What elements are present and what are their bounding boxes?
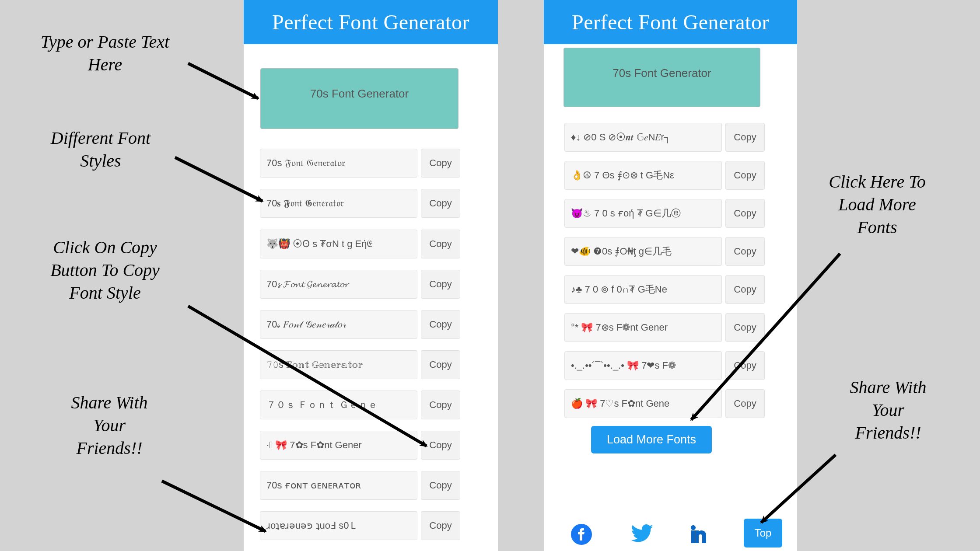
font-sample: 😈♨ 7 0 s ғoή ₮ G∈几ⓔ <box>564 199 722 228</box>
copy-button[interactable]: Copy <box>421 350 460 379</box>
font-sample: 70𝐬 𝕱𝔬𝔫𝔱 𝕲𝔢𝔫𝔢𝔯𝔞𝔱𝔬𝔯 <box>260 189 417 218</box>
font-row: 70𝓈 𝐹𝑜𝓃𝓉 𝒢𝑒𝓃𝑒𝓇𝒶𝓉𝑜𝓇Copy <box>260 310 460 339</box>
annotation-font-styles: Different FontStyles <box>35 127 166 172</box>
font-sample: 👌☮ 7 Θs ⨎⊙⊛ t G毛Nε <box>564 161 722 190</box>
copy-button[interactable]: Copy <box>421 310 460 339</box>
scroll-top-button[interactable]: Top <box>744 519 782 548</box>
font-sample: 70s ғᴏɴᴛ ɢᴇɴᴇʀᴀᴛᴏʀ <box>260 471 417 500</box>
twitter-icon[interactable] <box>629 522 653 547</box>
copy-button[interactable]: Copy <box>725 237 765 266</box>
social-share-bar <box>569 522 713 547</box>
annotation-type-text: Type or Paste TextHere <box>18 31 192 76</box>
copy-button[interactable]: Copy <box>725 313 765 342</box>
font-sample: 🐺👹 ⦿ʘ s ₮σN t g Eή𝔈 <box>260 230 417 258</box>
font-sample: 70𝓼 𝓕𝓸𝓷𝓽 𝓖𝓮𝓷𝓮𝓻𝓪𝓽𝓸𝓻 <box>260 270 417 299</box>
facebook-icon[interactable] <box>569 522 594 547</box>
font-sample: 70𝓈 𝐹𝑜𝓃𝓉 𝒢𝑒𝓃𝑒𝓇𝒶𝓉𝑜𝓇 <box>260 310 417 339</box>
copy-button[interactable]: Copy <box>421 189 460 218</box>
font-sample: ❤🐠 ❼0s ⨎O₦ţ g∈几毛 <box>564 237 722 266</box>
copy-button[interactable]: Copy <box>421 391 460 419</box>
copy-button[interactable]: Copy <box>421 149 460 178</box>
font-sample: 𝟽𝟶s 𝔽𝕠𝕟𝕥 𝔾𝕖𝕟𝕖𝕣𝕒𝕥𝕠𝕣 <box>260 350 417 379</box>
input-value: 70s Font Generator <box>612 66 711 80</box>
font-row: ·͙ 🎀 7✿s F✿nt GenerCopy <box>260 431 460 460</box>
font-sample: 🍎 🎀 7♡s F✿nt Gene <box>564 389 722 418</box>
copy-button[interactable]: Copy <box>421 230 460 258</box>
text-input[interactable]: 70s Font Generator <box>260 68 458 129</box>
font-row: ７０ｓ Ｆｏｎｔ ＧｅｎｅCopy <box>260 391 460 419</box>
font-sample: ７０ｓ Ｆｏｎｔ Ｇｅｎｅ <box>260 391 417 419</box>
font-row: 🐺👹 ⦿ʘ s ₮σN t g Eή𝔈Copy <box>260 230 460 258</box>
font-sample: ♦↓ ⊘0 S ⊘⦿𝒏𝒕 𝔾𝑒N𝐸r┐ <box>564 123 722 152</box>
font-row: ♦↓ ⊘0 S ⊘⦿𝒏𝒕 𝔾𝑒N𝐸r┐Copy <box>564 123 765 152</box>
input-value: 70s Font Generator <box>310 87 409 101</box>
annotation-load-more: Click Here ToLoad MoreFonts <box>805 171 949 239</box>
font-sample: ·͙ 🎀 7✿s F✿nt Gener <box>260 431 417 460</box>
copy-button[interactable]: Copy <box>725 351 765 380</box>
copy-button[interactable]: Copy <box>421 431 460 460</box>
font-row: ɹoʇɐɹǝuǝפ ʇuoℲ s0ＬCopy <box>260 511 460 540</box>
font-row: ♪♣ 7 0 ⊚ f 0∩₮ G毛NeCopy <box>564 275 765 304</box>
copy-button[interactable]: Copy <box>725 199 765 228</box>
font-sample: •._.••´¯`••._.• 🎀 7❤s F❁ <box>564 351 722 380</box>
font-sample: ɹoʇɐɹǝuǝפ ʇuoℲ s0Ｌ <box>260 511 417 540</box>
copy-button[interactable]: Copy <box>725 389 765 418</box>
font-row: 70s ғᴏɴᴛ ɢᴇɴᴇʀᴀᴛᴏʀCopy <box>260 471 460 500</box>
font-row: 🍎 🎀 7♡s F✿nt GeneCopy <box>564 389 765 418</box>
annotation-share-left: Share WithYourFriends!! <box>44 391 175 460</box>
font-row: 𝟽𝟶s 𝔽𝕠𝕟𝕥 𝔾𝕖𝕟𝕖𝕣𝕒𝕥𝕠𝕣Copy <box>260 350 460 379</box>
font-sample: ♪♣ 7 0 ⊚ f 0∩₮ G毛Ne <box>564 275 722 304</box>
annotation-copy-button: Click On CopyButton To CopyFont Style <box>26 236 184 304</box>
font-sample: 70s 𝔉𝔬𝔫𝔱 𝔊𝔢𝔫𝔢𝔯𝔞𝔱𝔬𝔯 <box>260 149 417 178</box>
font-row: 70𝐬 𝕱𝔬𝔫𝔱 𝕲𝔢𝔫𝔢𝔯𝔞𝔱𝔬𝔯Copy <box>260 189 460 218</box>
annotation-share-right: Share WithYourFriends!! <box>822 376 954 444</box>
copy-button[interactable]: Copy <box>421 511 460 540</box>
font-row: 70𝓼 𝓕𝓸𝓷𝓽 𝓖𝓮𝓷𝓮𝓻𝓪𝓽𝓸𝓻Copy <box>260 270 460 299</box>
phone-left: Perfect Font Generator 70s Font Generato… <box>244 0 498 551</box>
font-row: 70s 𝔉𝔬𝔫𝔱 𝔊𝔢𝔫𝔢𝔯𝔞𝔱𝔬𝔯Copy <box>260 149 460 178</box>
copy-button[interactable]: Copy <box>725 161 765 190</box>
app-title: Perfect Font Generator <box>244 0 498 44</box>
copy-button[interactable]: Copy <box>725 123 765 152</box>
font-row: •._.••´¯`••._.• 🎀 7❤s F❁Copy <box>564 351 765 380</box>
phone-right: Perfect Font Generator 70s Font Generato… <box>544 0 797 551</box>
copy-button[interactable]: Copy <box>725 275 765 304</box>
copy-button[interactable]: Copy <box>421 471 460 500</box>
load-more-button[interactable]: Load More Fonts <box>591 426 712 453</box>
font-row: 😈♨ 7 0 s ғoή ₮ G∈几ⓔCopy <box>564 199 765 228</box>
copy-button[interactable]: Copy <box>421 270 460 299</box>
app-title: Perfect Font Generator <box>544 0 797 44</box>
font-row: 👌☮ 7 Θs ⨎⊙⊛ t G毛NεCopy <box>564 161 765 190</box>
font-sample: °* 🎀 7⊛s F❁nt Gener <box>564 313 722 342</box>
text-input[interactable]: 70s Font Generator <box>564 48 760 107</box>
font-row: ❤🐠 ❼0s ⨎O₦ţ g∈几毛Copy <box>564 237 765 266</box>
linkedin-icon[interactable] <box>688 522 713 547</box>
font-row: °* 🎀 7⊛s F❁nt GenerCopy <box>564 313 765 342</box>
